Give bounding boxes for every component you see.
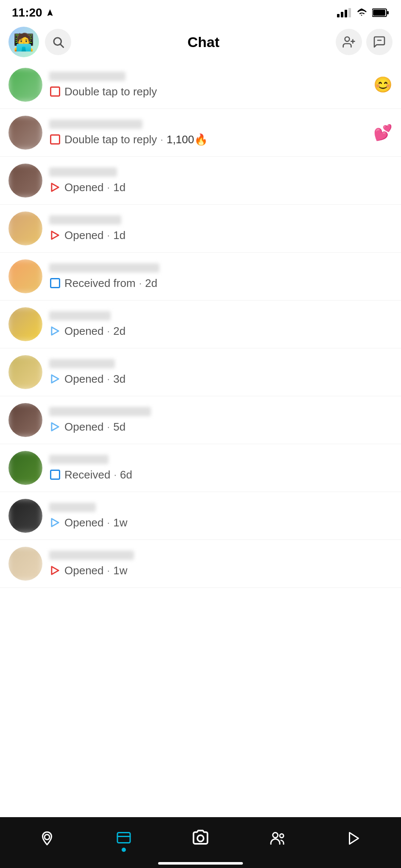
- svg-marker-18: [52, 519, 58, 527]
- chat-name: [49, 120, 142, 129]
- user-avatar[interactable]: 🧑‍💻: [8, 27, 39, 57]
- time-text: 1w: [113, 564, 127, 577]
- chat-name: [49, 263, 159, 273]
- chat-status: Double tap to reply · 1,100🔥: [49, 133, 393, 146]
- status-time: 11:20: [12, 6, 42, 19]
- chat-status: Received from · 2d: [49, 277, 393, 290]
- chat-name: [49, 167, 117, 177]
- avatar: [8, 211, 42, 245]
- avatar: [8, 547, 42, 581]
- svg-rect-17: [51, 470, 60, 479]
- header: 🧑‍💻 Chat: [0, 23, 401, 61]
- chat-item[interactable]: Opened · 1d: [0, 157, 401, 205]
- chat-item[interactable]: Double tap to reply 😊: [0, 61, 401, 109]
- chat-info: Opened · 3d: [49, 359, 393, 386]
- svg-marker-16: [52, 423, 58, 431]
- chat-name: [49, 311, 111, 320]
- svg-rect-1: [373, 10, 385, 16]
- status-text: Opened: [64, 181, 104, 194]
- svg-rect-9: [51, 87, 60, 96]
- avatar: [8, 164, 42, 198]
- time-text: 6d: [120, 468, 132, 481]
- opened-arrow-icon: [49, 325, 61, 337]
- opened-arrow-icon: [49, 517, 61, 529]
- streak-count: 1,100🔥: [167, 133, 208, 146]
- chat-name: [49, 407, 151, 416]
- wifi-icon: [355, 8, 368, 17]
- status-text: Opened: [64, 325, 104, 338]
- signal-icon: [337, 8, 351, 17]
- status-icons: [337, 8, 389, 17]
- avatar: [8, 116, 42, 150]
- svg-line-4: [61, 45, 64, 47]
- chat-status: Opened · 3d: [49, 373, 393, 386]
- status-text: Double tap to reply: [64, 133, 157, 146]
- active-indicator: [122, 848, 126, 852]
- nav-item-camera[interactable]: [184, 829, 217, 848]
- nav-item-stories[interactable]: [337, 831, 371, 846]
- chat-edit-button[interactable]: [366, 29, 393, 55]
- time-text: 1w: [113, 516, 127, 529]
- nav-item-chat[interactable]: [107, 831, 141, 846]
- svg-point-20: [45, 835, 50, 840]
- chat-list: Double tap to reply 😊 Double tap to repl…: [0, 61, 401, 817]
- chat-info: Opened · 1d: [49, 167, 393, 194]
- add-friend-button[interactable]: [336, 29, 362, 55]
- avatar: [8, 307, 42, 341]
- status-text: Opened: [64, 420, 104, 434]
- time-text: 1d: [113, 181, 125, 194]
- chat-info: Opened · 5d: [49, 407, 393, 434]
- chat-item[interactable]: Opened · 2d: [0, 300, 401, 348]
- chat-info: Double tap to reply: [49, 72, 393, 98]
- svg-rect-13: [51, 279, 60, 288]
- chat-emoji: 💕: [373, 124, 393, 142]
- avatar: [8, 259, 42, 293]
- svg-marker-12: [52, 231, 58, 239]
- chat-item[interactable]: Opened · 3d: [0, 348, 401, 396]
- search-button[interactable]: [45, 29, 71, 55]
- svg-marker-15: [52, 375, 58, 383]
- svg-marker-14: [52, 327, 58, 335]
- double-tap-icon: [49, 86, 61, 97]
- opened-arrow-icon: [49, 565, 61, 576]
- chat-info: Opened · 2d: [49, 311, 393, 338]
- svg-point-25: [280, 834, 284, 838]
- chat-status: Received · 6d: [49, 468, 393, 481]
- status-text: Received: [64, 468, 110, 481]
- chat-status: Opened · 1w: [49, 564, 393, 577]
- chat-item[interactable]: Opened · 1w: [0, 492, 401, 540]
- status-text: Opened: [64, 564, 104, 577]
- chat-emoji: 😊: [373, 76, 393, 94]
- chat-item[interactable]: Received · 6d: [0, 444, 401, 492]
- chat-name: [49, 215, 121, 225]
- chat-item[interactable]: Opened · 5d: [0, 396, 401, 444]
- header-actions: [336, 29, 393, 55]
- chat-item[interactable]: Opened · 1w: [0, 540, 401, 588]
- time-text: 1d: [113, 229, 125, 242]
- chat-status: Opened · 1d: [49, 181, 393, 194]
- status-text: Opened: [64, 229, 104, 242]
- battery-icon: [372, 8, 389, 17]
- bottom-navigation: [0, 817, 401, 868]
- nav-item-friends[interactable]: [260, 831, 294, 846]
- chat-info: Received from · 2d: [49, 263, 393, 290]
- chat-status: Opened · 2d: [49, 325, 393, 338]
- svg-rect-2: [387, 11, 389, 14]
- chat-item[interactable]: Double tap to reply · 1,100🔥 💕: [0, 109, 401, 157]
- opened-arrow-icon: [49, 229, 61, 241]
- chat-item[interactable]: Received from · 2d: [0, 253, 401, 300]
- svg-marker-19: [52, 567, 58, 575]
- svg-marker-26: [350, 833, 359, 844]
- nav-item-map[interactable]: [30, 831, 64, 846]
- chat-info: Opened · 1w: [49, 503, 393, 529]
- time-text: 5d: [113, 420, 125, 434]
- avatar: [8, 68, 42, 102]
- svg-point-23: [198, 835, 204, 842]
- time-text: 3d: [113, 373, 125, 386]
- chat-item[interactable]: Opened · 1d: [0, 205, 401, 253]
- chat-name: [49, 72, 125, 81]
- chat-info: Opened · 1w: [49, 551, 393, 577]
- home-indicator: [158, 862, 243, 865]
- chat-name: [49, 551, 134, 560]
- status-text: Received from: [64, 277, 136, 290]
